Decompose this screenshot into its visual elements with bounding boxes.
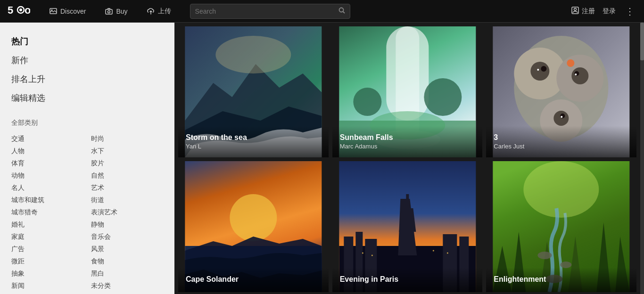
photo-overlay: Cape Solander	[178, 268, 329, 292]
svg-point-38	[567, 59, 575, 67]
sidebar-item-rising[interactable]: 排名上升	[11, 70, 163, 89]
nav-discover-label: Discover	[60, 8, 86, 15]
cat-concert[interactable]: 音乐会	[91, 231, 163, 243]
photo-title: Enlightenment	[494, 275, 629, 284]
cat-food[interactable]: 食物	[91, 255, 163, 268]
header-right: 注册 登录 ⋮	[571, 4, 636, 19]
photo-title: Cape Solander	[186, 275, 321, 284]
photo-card[interactable]: 3Carles Just	[486, 26, 636, 157]
svg-text:5: 5	[8, 4, 13, 16]
svg-point-66	[538, 252, 552, 259]
camera-icon	[105, 7, 113, 16]
svg-point-29	[531, 62, 550, 81]
cat-nature[interactable]: 自然	[91, 170, 163, 182]
svg-point-56	[432, 250, 434, 252]
photo-card[interactable]: Evening in Paris	[332, 161, 483, 292]
photo-title: Sunbeam Falls	[340, 133, 475, 142]
svg-point-57	[446, 253, 448, 254]
cat-landscape[interactable]: 风景	[91, 243, 163, 255]
svg-point-40	[230, 194, 277, 241]
svg-point-2	[19, 8, 22, 11]
search-bar[interactable]	[190, 4, 350, 19]
svg-rect-4	[50, 8, 57, 14]
svg-point-15	[215, 36, 291, 74]
category-col1: 交通 人物 体育 动物 名人 城市和建筑 城市猎奇 婚礼 家庭 广告 微距 抽象…	[11, 133, 83, 294]
cat-people[interactable]: 人物	[11, 145, 83, 157]
logo[interactable]: 5 o	[8, 3, 30, 19]
cat-ad[interactable]: 广告	[11, 243, 83, 255]
cat-celebrity[interactable]: 名人	[11, 182, 83, 194]
cat-urban-arch[interactable]: 城市和建筑	[11, 194, 83, 206]
photo-author: Carles Just	[494, 143, 629, 150]
sidebar-item-hot[interactable]: 热门	[11, 32, 163, 51]
cat-uncategorized[interactable]: 未分类	[91, 280, 163, 292]
upload-icon	[147, 7, 155, 16]
svg-rect-53	[406, 194, 409, 208]
login-label: 登录	[603, 7, 616, 16]
cat-news[interactable]: 新闻	[11, 280, 83, 292]
cat-art[interactable]: 艺术	[91, 182, 163, 194]
photo-card[interactable]: Sunbeam FallsMarc Adamus	[332, 26, 483, 157]
cat-fashion[interactable]: 时尚	[91, 133, 163, 145]
photo-overlay: Sunbeam FallsMarc Adamus	[332, 126, 483, 157]
sidebar-item-editors[interactable]: 编辑精选	[11, 89, 163, 107]
svg-point-55	[371, 255, 372, 256]
cat-bw[interactable]: 黑白	[91, 268, 163, 280]
cat-film[interactable]: 胶片	[91, 157, 163, 170]
nav-buy[interactable]: Buy	[101, 5, 131, 17]
cat-family[interactable]: 家庭	[11, 231, 83, 243]
user-icon	[571, 7, 579, 16]
register-button[interactable]: 注册	[571, 7, 595, 16]
photo-grid: Storm on the seaYan L Sunbeam FallsMarc …	[178, 26, 636, 292]
photo-card[interactable]: Enlightenment	[486, 161, 636, 292]
svg-point-7	[108, 10, 110, 13]
photo-card[interactable]: Cape Solander	[178, 161, 329, 292]
photo-title: Evening in Paris	[340, 275, 475, 284]
svg-line-9	[343, 11, 345, 13]
cat-performing[interactable]: 表演艺术	[91, 206, 163, 219]
cat-wedding[interactable]: 婚礼	[11, 219, 83, 231]
cat-animals[interactable]: 动物	[11, 170, 83, 182]
cat-street[interactable]: 街道	[91, 194, 163, 206]
sidebar-item-new[interactable]: 新作	[11, 51, 163, 70]
image-icon	[49, 7, 58, 16]
sidebar-nav: 热门 新作 排名上升 编辑精选	[11, 32, 163, 107]
sidebar: 热门 新作 排名上升 编辑精选 全部类别 交通 人物 体育 动物 名人 城市和建…	[0, 23, 174, 294]
nav-buy-label: Buy	[116, 8, 127, 15]
svg-point-31	[554, 111, 569, 126]
svg-point-59	[524, 161, 599, 218]
svg-rect-6	[106, 9, 112, 14]
cat-urban-hunt[interactable]: 城市猎奇	[11, 206, 83, 219]
register-label: 注册	[582, 7, 595, 16]
svg-point-33	[575, 71, 579, 76]
svg-point-11	[574, 8, 577, 11]
photo-overlay: Evening in Paris	[332, 268, 483, 292]
login-button[interactable]: 登录	[603, 7, 616, 16]
svg-point-32	[541, 66, 547, 72]
cat-abstract[interactable]: 抽象	[11, 268, 83, 280]
cat-travel[interactable]: 旅行	[11, 292, 83, 294]
nav-discover[interactable]: Discover	[45, 5, 90, 17]
cat-underwater[interactable]: 水下	[91, 145, 163, 157]
photo-author: Yan L	[186, 143, 321, 150]
svg-point-23	[424, 78, 462, 116]
scrollbar[interactable]	[640, 23, 644, 294]
categories-title: 全部类别	[11, 119, 163, 127]
search-input[interactable]	[195, 8, 339, 15]
svg-marker-52	[399, 208, 416, 232]
svg-point-30	[572, 67, 589, 84]
nav-upload[interactable]: 上传	[143, 5, 175, 17]
photo-card[interactable]: Storm on the seaYan L	[178, 26, 329, 157]
svg-point-8	[339, 8, 343, 12]
svg-point-34	[561, 114, 565, 118]
cat-macro[interactable]: 微距	[11, 255, 83, 268]
svg-point-22	[353, 88, 381, 116]
cat-traffic[interactable]: 交通	[11, 133, 83, 145]
more-options-button[interactable]: ⋮	[623, 4, 636, 19]
svg-point-35	[537, 69, 539, 71]
cat-still-life[interactable]: 静物	[91, 219, 163, 231]
app-header: 5 o Discover Buy	[0, 0, 644, 23]
photo-content: Storm on the seaYan L Sunbeam FallsMarc …	[174, 23, 640, 294]
cat-sports[interactable]: 体育	[11, 157, 83, 170]
scrollbar-thumb[interactable]	[640, 23, 644, 60]
